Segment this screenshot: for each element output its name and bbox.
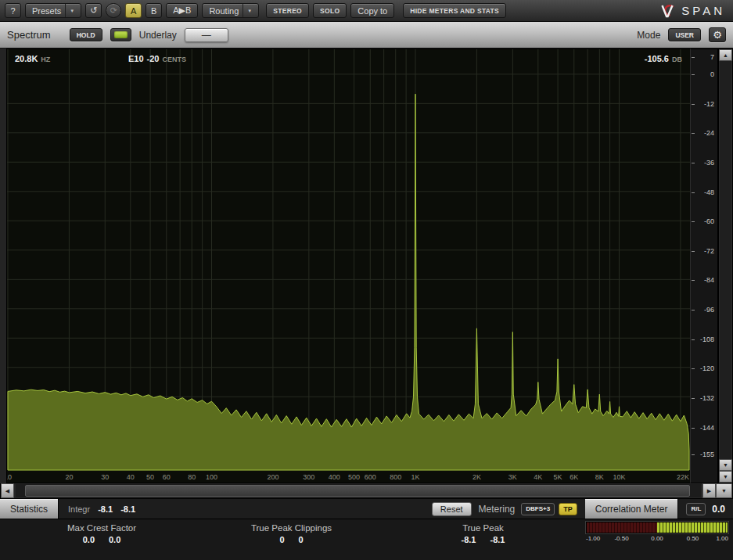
db-axis-label: -96 — [704, 306, 714, 314]
db-axis-tick — [692, 454, 695, 455]
help-button[interactable]: ? — [5, 3, 21, 18]
true-peak-clippings-label: True Peak Clippings — [199, 523, 383, 533]
redo-icon: ⟳ — [110, 5, 117, 16]
redo-button[interactable]: ⟳ — [106, 3, 121, 18]
freq-axis-label: 80 — [188, 473, 196, 481]
true-peak-value-left: -8.1 — [462, 535, 476, 544]
db-axis-label: -155 — [700, 451, 714, 458]
db-axis-label: -36 — [704, 159, 714, 167]
chevron-down-icon[interactable]: ▼ — [65, 4, 74, 17]
stats-panel: Statistics Integr -8.1 -8.1 Reset Meteri… — [0, 499, 733, 560]
db-axis-label: -108 — [700, 336, 714, 343]
db-axis: 70-12-24-36-48-60-72-84-96-108-120-132-1… — [690, 48, 718, 483]
db-axis-tick — [692, 339, 695, 340]
ab-slot-a-button[interactable]: A — [125, 3, 142, 18]
hide-meters-button[interactable]: HIDE METERS AND STATS — [403, 3, 506, 18]
spectrum-display[interactable]: 102030405060801002003004005006008001K2K3… — [6, 48, 690, 483]
db-axis-tick — [692, 280, 695, 281]
presets-label: Presets — [32, 6, 61, 16]
vertical-scrollbar[interactable]: ▲ ▼ ▼ — [718, 48, 733, 483]
reset-button[interactable]: Reset — [432, 502, 472, 516]
freq-axis-label: 400 — [329, 473, 340, 481]
db-axis-tick — [692, 133, 695, 134]
correlation-value: 0.0 — [712, 504, 725, 515]
presets-button[interactable]: Presets ▼ — [25, 3, 81, 18]
down-arrow-icon: ▼ — [723, 462, 728, 468]
correlation-positive-segment — [657, 522, 728, 533]
db-axis-label: -12 — [704, 100, 714, 108]
left-arrow-icon: ◀ — [5, 488, 9, 494]
integr-value-left: -8.1 — [98, 504, 113, 514]
db-axis-tick — [692, 368, 695, 369]
voxengo-v-icon — [659, 3, 676, 19]
tab-statistics[interactable]: Statistics — [0, 499, 59, 519]
spectrum-color-button[interactable] — [110, 28, 131, 41]
db-axis-tick — [692, 398, 695, 399]
scroll-down-button-2[interactable]: ▼ — [719, 471, 732, 483]
freq-axis-label: 8K — [595, 473, 604, 481]
scroll-down-button[interactable]: ▼ — [719, 459, 732, 471]
freq-axis-label: 4K — [534, 473, 542, 481]
correlation-meter: -1.00 -0.50 0.00 0.50 1.00 — [586, 522, 728, 544]
metering-label: Metering — [479, 504, 516, 515]
db-axis-label: 0 — [710, 70, 714, 78]
tab-correlation-meter[interactable]: Correlation Meter — [585, 499, 679, 519]
spectrum-toolbar: Spectrum HOLD Underlay — Mode USER ⚙ — [0, 22, 733, 48]
max-crest-factor-label: Max Crest Factor — [16, 523, 188, 533]
db-axis-label: -144 — [700, 424, 714, 432]
db-axis-label: -120 — [700, 364, 714, 372]
db-axis-tick — [692, 251, 695, 252]
down-arrow-icon: ▼ — [723, 474, 728, 479]
horizontal-scroll-track[interactable] — [16, 484, 701, 497]
true-peak-value-right: -8.1 — [490, 535, 505, 544]
rl-button[interactable]: R/L — [686, 503, 706, 515]
true-peak-toggle-button[interactable]: TP — [559, 503, 577, 515]
settings-button[interactable]: ⚙ — [709, 27, 726, 42]
freq-axis-label: 20 — [65, 473, 73, 481]
mode-user-button[interactable]: USER — [668, 28, 701, 41]
freq-axis-label: 5K — [554, 473, 562, 481]
solo-button[interactable]: SOLO — [313, 3, 347, 18]
mode-label: Mode — [637, 30, 660, 41]
freq-axis-label: 30 — [101, 473, 109, 481]
horizontal-scrollbar[interactable]: ◀ ▶ ▼ — [0, 483, 733, 499]
integr-readout: Integr -8.1 -8.1 — [59, 504, 145, 514]
scroll-up-button[interactable]: ▲ — [719, 49, 732, 61]
db-axis-tick — [692, 428, 695, 429]
hold-button[interactable]: HOLD — [70, 28, 102, 41]
freq-axis-label: 10 — [7, 473, 12, 481]
copy-a-to-b-button[interactable]: A▶B — [166, 3, 198, 18]
vertical-scroll-track[interactable] — [720, 61, 731, 459]
freq-axis-label: 6K — [570, 473, 578, 481]
scroll-right-button[interactable]: ▶ — [702, 483, 716, 498]
stats-header-row: Statistics Integr -8.1 -8.1 Reset Meteri… — [0, 499, 733, 519]
metering-mode-button[interactable]: DBFS+3 — [521, 503, 555, 515]
freq-axis-label: 800 — [390, 473, 401, 481]
max-crest-value-left: 0.0 — [83, 535, 95, 544]
corner-button[interactable]: ▼ — [716, 483, 732, 498]
correlation-scale: -1.00 -0.50 0.00 0.50 1.00 — [586, 535, 728, 544]
horizontal-scroll-thumb[interactable] — [25, 485, 690, 497]
freq-axis-label: 600 — [365, 473, 376, 481]
stereo-button[interactable]: STEREO — [266, 3, 309, 18]
voxengo-logo: SPAN — [659, 3, 728, 19]
ab-slot-b-button[interactable]: B — [146, 3, 162, 18]
undo-button[interactable]: ↺ — [85, 3, 102, 18]
copy-to-button[interactable]: Copy to — [350, 3, 394, 18]
true-peak-block: True Peak -8.1 -8.1 — [395, 523, 571, 544]
db-axis-label: -84 — [704, 276, 714, 284]
tab-spectrum[interactable]: Spectrum — [7, 29, 51, 41]
scroll-left-button[interactable]: ◀ — [1, 483, 14, 498]
corr-scale-label: 1.00 — [716, 535, 728, 542]
db-axis-tick — [692, 221, 695, 222]
routing-button[interactable]: Routing ▼ — [202, 3, 259, 18]
corr-scale-label: 0.00 — [651, 535, 663, 542]
underlay-select-button[interactable]: — — [185, 28, 228, 42]
db-axis-label: -48 — [704, 188, 714, 196]
freq-axis-label: 100 — [206, 473, 217, 481]
gear-icon: ⚙ — [713, 29, 722, 41]
corr-scale-label: -1.00 — [586, 535, 600, 542]
freq-axis-label: 10K — [613, 473, 626, 481]
correlation-negative-segment — [587, 522, 657, 533]
chevron-down-icon[interactable]: ▼ — [243, 4, 252, 17]
